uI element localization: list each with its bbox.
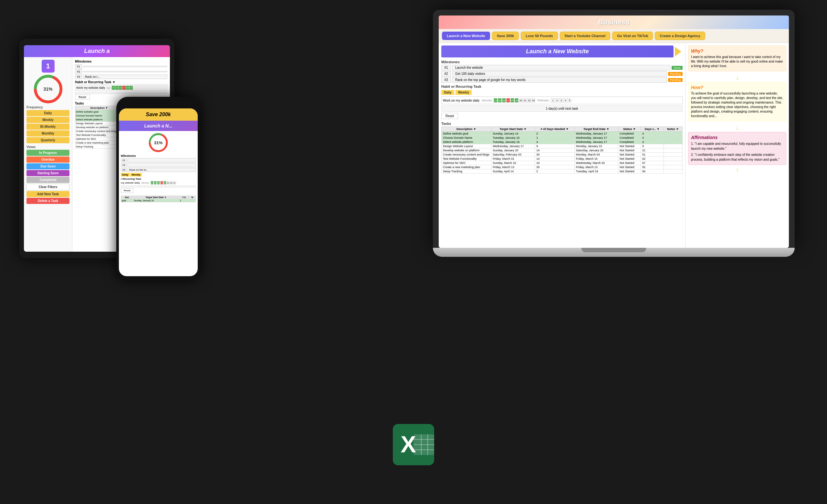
t-m-num-1: #1 bbox=[75, 64, 82, 69]
tab-youtube[interactable]: Start a Youtube Channel bbox=[560, 32, 611, 40]
tablet-app-name: Launch a bbox=[84, 48, 109, 54]
p-col-start: Target Start Date ▼ bbox=[133, 196, 179, 199]
task-end-6: Monday, March 04 bbox=[574, 153, 618, 157]
col-end: Target End Date ▼ bbox=[574, 127, 618, 132]
col-status: Status ▼ bbox=[618, 127, 641, 132]
tab-design-agency[interactable]: Create a Design Agency bbox=[655, 32, 705, 40]
tab-launch-website[interactable]: Launch a New Website bbox=[442, 32, 490, 40]
btn-deletatask[interactable]: Delete a Task bbox=[27, 198, 69, 204]
task-row-4: Design Website Layout Wednesday, January… bbox=[442, 144, 683, 149]
task-daysleft-7: 62 bbox=[641, 157, 664, 161]
btn-clearfilters[interactable]: Clear Filters bbox=[27, 184, 69, 190]
p-cal-17: 17 bbox=[160, 181, 163, 184]
t-cal-15: 15 bbox=[115, 86, 118, 90]
t-task-desc-5: Develop website on platform bbox=[75, 125, 124, 129]
btn-daily[interactable]: Daily bbox=[27, 110, 69, 116]
tab-lose-pounds[interactable]: Lose 50 Pounds bbox=[521, 32, 557, 40]
task-days-2: 1 bbox=[535, 136, 575, 140]
p-cal-21: 21 bbox=[173, 181, 176, 184]
t-cal-17: 17 bbox=[123, 86, 126, 90]
phone-reset-button[interactable]: Reset bbox=[121, 188, 134, 193]
p-cal-16: 16 bbox=[157, 181, 160, 184]
t-task-desc-9: Create a new marketing plan bbox=[75, 141, 124, 145]
task-desc-1: Define website goal bbox=[442, 132, 491, 136]
affirmations-title: Affirmations bbox=[691, 135, 783, 140]
phone-notch bbox=[145, 101, 171, 107]
phone-goal-header: Launch a N... bbox=[119, 121, 198, 131]
task-daysleft-10: 94 bbox=[641, 169, 664, 174]
phone-habit-label: r Recurring Task bbox=[121, 177, 196, 180]
btn-weekly[interactable]: Weekly bbox=[27, 117, 69, 123]
phone-body: 31% Milestones #1 #2 # bbox=[119, 131, 198, 276]
freq-tag-daily: Daily bbox=[441, 90, 454, 95]
laptop-center-panel: Launch a New Website Milestones #1 Launc… bbox=[439, 43, 685, 248]
how-box: How? To achieve the goal of successfully… bbox=[688, 82, 786, 121]
tablet-habit-text: Work my website daily bbox=[76, 86, 105, 90]
cal-15: 15 bbox=[498, 98, 502, 103]
task-days-10: 2 bbox=[535, 169, 575, 174]
btn-overdue[interactable]: Overdue bbox=[27, 157, 69, 163]
how-title: How? bbox=[691, 85, 783, 90]
task-end-4: Monday, January 22 bbox=[574, 144, 618, 149]
phone-outer: Save 200k Launch a N... 31% bbox=[116, 97, 200, 280]
task-row-6: Create necessary content and blogs Satur… bbox=[442, 153, 683, 157]
t-task-desc-4: Design Website Layout bbox=[75, 122, 124, 125]
tablet-milestones-label: Milestones bbox=[75, 60, 167, 63]
task-start-3: Tuesday, January 16 bbox=[491, 140, 535, 144]
cal-19: 19 bbox=[515, 98, 519, 103]
task-days-8: 10 bbox=[535, 161, 575, 165]
t-m-num-3: #3 bbox=[75, 74, 82, 79]
task-desc-4: Design Website Layout bbox=[442, 144, 491, 149]
task-desc-8: Optimize for SEO bbox=[442, 161, 491, 165]
milestone-text-3: Rank on the top page of google for my ke… bbox=[452, 77, 667, 82]
feb-5: 5 bbox=[568, 98, 572, 103]
btn-quarterly[interactable]: Quarterly bbox=[27, 137, 69, 143]
t-task-desc-8: Optimize for SEO bbox=[75, 137, 124, 141]
p-cal-14: 14 bbox=[151, 181, 153, 184]
task-status-5: Not Started bbox=[618, 149, 641, 153]
task-daysleft-1: 4 bbox=[641, 132, 664, 136]
tab-save-200k[interactable]: Save 200k bbox=[492, 32, 519, 40]
milestone-text-2: Get 100 daily visitors bbox=[452, 71, 667, 76]
btn-completed[interactable]: Completed bbox=[27, 177, 69, 183]
tablet-habit-box: Work my website daily Jan 14 15 16 17 18… bbox=[75, 85, 167, 91]
task-days-9: 30 bbox=[535, 165, 575, 169]
milestone-row-1: #1 Launch the website Done bbox=[441, 65, 683, 70]
task-status-9: Not Started bbox=[618, 165, 641, 169]
btn-duesoon[interactable]: Due Soon bbox=[27, 163, 69, 169]
phone-donut-area: 31% bbox=[121, 133, 196, 153]
phone-header-text: Save 200k bbox=[146, 112, 171, 117]
btn-biweekly[interactable]: Bi-Weekly bbox=[27, 124, 69, 130]
btn-startingsoon[interactable]: Starting Soon bbox=[27, 170, 69, 176]
t-cal-18: 18 bbox=[126, 86, 129, 90]
t-cal-14: 14 bbox=[112, 86, 115, 90]
task-row-9: Create a new marketing plan Friday, Marc… bbox=[442, 165, 683, 169]
laptop-app-title: Business bbox=[598, 18, 630, 26]
phone-m-row-2: #2 bbox=[121, 163, 196, 167]
milestone-badge-2: Pending bbox=[668, 72, 683, 76]
task-end-2: Wednesday, January 17 bbox=[574, 136, 618, 140]
arrow-right-icon bbox=[675, 47, 681, 56]
p-col-days: # d bbox=[179, 196, 189, 199]
task-start-6: Saturday, February 03 bbox=[491, 153, 535, 157]
btn-addnewtask[interactable]: Add New Task bbox=[27, 191, 69, 197]
how-text: To achieve the goal of successfully laun… bbox=[691, 91, 783, 118]
phone-m-row-3: #3 Rank on the te... bbox=[121, 168, 196, 172]
tablet-milestone-2: #2 bbox=[75, 69, 167, 74]
phone-cal-strip: 14 15 16 17 18 19 20 21 bbox=[151, 181, 176, 184]
tablet-reset-button[interactable]: Reset bbox=[75, 95, 90, 100]
task-status-6: Not Started bbox=[618, 153, 641, 157]
task-days-4: 9 bbox=[535, 144, 575, 149]
btn-inprogress[interactable]: In Progress bbox=[27, 150, 69, 156]
t-m-text-3: Rank on t... bbox=[83, 74, 167, 79]
milestone-text-1: Launch the website bbox=[452, 65, 670, 70]
phone-m-text-1 bbox=[128, 158, 196, 162]
arrow-down-3: ↓ bbox=[688, 166, 786, 173]
reset-button[interactable]: Reset bbox=[441, 113, 458, 119]
tab-tiktok[interactable]: Go Viral on TikTok bbox=[612, 32, 653, 40]
btn-monthly[interactable]: Monthly bbox=[27, 130, 69, 136]
t-task-desc-10: Setup Tracking bbox=[75, 145, 124, 149]
task-daysleft-6: 51 bbox=[641, 153, 664, 157]
task-desc-3: Select website platform bbox=[442, 140, 491, 144]
task-notes-10 bbox=[664, 169, 682, 174]
